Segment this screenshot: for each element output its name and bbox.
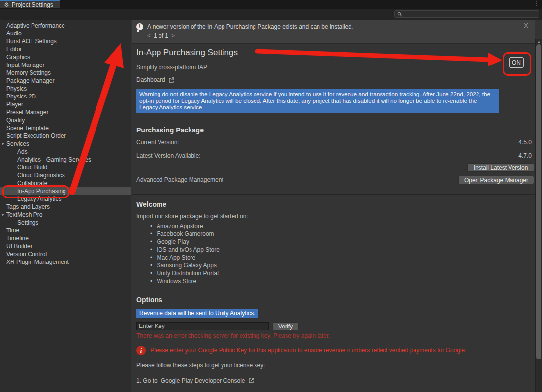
sidebar-item-label: Package Manager bbox=[6, 77, 54, 84]
main-section: In-App Purchasing Settings Simplify cros… bbox=[132, 48, 535, 392]
scroll-up-icon[interactable]: ▲ bbox=[536, 40, 542, 43]
sidebar-item[interactable]: ▼ Scene Template bbox=[0, 124, 131, 132]
iap-on-toggle-button[interactable]: ON bbox=[509, 57, 524, 68]
options-heading: Options bbox=[136, 296, 535, 304]
sidebar-item[interactable]: ▼ UI Builder bbox=[0, 242, 131, 250]
store-list-item: • Facebook Gameroom bbox=[150, 230, 535, 238]
key-check-error: There was an error checking server for e… bbox=[136, 332, 535, 339]
sidebar-item[interactable]: ▼ Memory Settings bbox=[0, 69, 131, 77]
sidebar-item[interactable]: ▼ Adaptive Performance bbox=[0, 22, 131, 30]
sidebar-item-label: Editor bbox=[6, 46, 22, 53]
verify-button[interactable]: Verify bbox=[272, 322, 299, 330]
google-play-console-link[interactable]: Google Play Developer Console bbox=[161, 377, 245, 384]
current-version-row: Current Version: 4.5.0 bbox=[136, 139, 535, 146]
info-icon: i bbox=[136, 346, 146, 355]
close-icon[interactable]: X bbox=[524, 22, 528, 29]
install-latest-version-button[interactable]: Install Latest Version bbox=[467, 163, 534, 172]
key-entry-row: Verify bbox=[136, 322, 535, 330]
sidebar-item[interactable]: ▼ Editor bbox=[0, 45, 131, 53]
sidebar-item-label: Cloud Build bbox=[17, 164, 47, 171]
sidebar-item[interactable]: ▼ TextMesh Pro bbox=[0, 211, 131, 219]
sidebar-item[interactable]: ▼ Physics 2D bbox=[0, 93, 131, 100]
bullet-icon: • bbox=[150, 230, 152, 237]
sidebar-item[interactable]: ▼ Services bbox=[0, 140, 131, 148]
store-name: Google Play bbox=[157, 238, 189, 245]
sidebar-item-label: In-App Purchasing bbox=[17, 188, 66, 195]
gear-icon: ⚙ bbox=[4, 2, 9, 8]
sidebar-item[interactable]: ▼ Cloud Build bbox=[0, 163, 131, 171]
search-box[interactable] bbox=[394, 10, 539, 18]
google-key-warning-text: Please enter your Google Public Key for … bbox=[150, 346, 466, 354]
sidebar-item[interactable]: ▼ Legacy Analytics bbox=[0, 195, 131, 203]
sidebar-item[interactable]: ▼ Preset Manager bbox=[0, 108, 131, 116]
sidebar-item[interactable]: ▼ Settings bbox=[0, 219, 131, 227]
sidebar-item-label: Settings bbox=[17, 219, 38, 226]
sidebar-item[interactable]: ▼ Player bbox=[0, 100, 131, 108]
kebab-menu-icon[interactable]: ⋮ bbox=[534, 1, 540, 7]
sidebar-item[interactable]: ▼ Analytics - Gaming Services bbox=[0, 156, 131, 163]
expander-triangle-icon[interactable]: ▼ bbox=[0, 140, 5, 148]
current-version-value: 4.5.0 bbox=[518, 139, 532, 146]
store-list-item: • Unity Distribution Portal bbox=[150, 269, 535, 277]
sidebar-item[interactable]: ▼ Tags and Layers bbox=[0, 203, 131, 211]
store-name: iOS and tvOs App Store bbox=[157, 246, 220, 253]
settings-sidebar: ▼ Adaptive Performance ▼ Audio ▼ Burst A… bbox=[0, 20, 131, 392]
dashboard-link[interactable]: Dashboard bbox=[136, 76, 535, 83]
sidebar-item-label: Services bbox=[6, 140, 29, 147]
pager-text: 1 of 1 bbox=[154, 33, 168, 39]
vertical-scrollbar[interactable]: ▲ bbox=[535, 39, 542, 392]
sidebar-item[interactable]: ▼ Ads bbox=[0, 148, 131, 156]
external-link-icon bbox=[168, 77, 175, 83]
sidebar-item[interactable]: ▼ Version Control bbox=[0, 250, 131, 258]
sidebar-item-label: Input Manager bbox=[6, 62, 44, 68]
sidebar-item[interactable]: ▼ Timeline bbox=[0, 234, 131, 242]
search-input[interactable] bbox=[404, 11, 536, 17]
sidebar-item-label: Adaptive Performance bbox=[6, 22, 65, 29]
sidebar-item-label: Physics 2D bbox=[6, 93, 36, 100]
sidebar-item-label: Legacy Analytics bbox=[17, 196, 61, 202]
tab-project-settings[interactable]: ⚙ Project Settings bbox=[0, 0, 60, 8]
sidebar-item[interactable]: ▼ Audio bbox=[0, 30, 131, 37]
bullet-icon: • bbox=[150, 223, 152, 229]
latest-version-value: 4.7.0 bbox=[518, 152, 532, 159]
pager-next-icon[interactable]: > bbox=[171, 33, 175, 39]
section-divider bbox=[132, 120, 535, 120]
store-name: Mac App Store bbox=[157, 254, 196, 261]
enter-key-input[interactable] bbox=[136, 322, 269, 330]
store-list-item: • Samsung Galaxy Apps bbox=[150, 261, 535, 269]
welcome-intro: Import our store package to get started … bbox=[136, 213, 535, 220]
sidebar-item[interactable]: ▼ XR Plugin Management bbox=[0, 258, 131, 266]
sidebar-item[interactable]: ▼ Input Manager bbox=[0, 61, 131, 69]
sidebar-item[interactable]: ▼ Quality bbox=[0, 116, 131, 124]
sidebar-item[interactable]: ▼ Physics bbox=[0, 85, 131, 93]
sidebar-item-label: Collaborate bbox=[17, 180, 47, 187]
search-icon bbox=[397, 12, 402, 17]
sidebar-item-label: Memory Settings bbox=[6, 69, 51, 76]
sidebar-item-label: Script Execution Order bbox=[6, 132, 66, 139]
sidebar-item-label: Physics bbox=[6, 85, 27, 92]
store-name: Facebook Gameroom bbox=[157, 230, 214, 237]
scrollbar-thumb[interactable] bbox=[536, 44, 541, 359]
bullet-icon: • bbox=[150, 270, 152, 277]
sidebar-item-label: Cloud Diagnostics bbox=[17, 172, 65, 179]
sidebar-item[interactable]: ▼ Burst AOT Settings bbox=[0, 37, 131, 45]
pager-prev-icon[interactable]: < bbox=[147, 33, 151, 39]
sidebar-item-label: Preset Manager bbox=[6, 109, 48, 116]
sidebar-item-label: XR Plugin Management bbox=[6, 259, 69, 265]
current-version-label: Current Version: bbox=[136, 139, 518, 146]
external-link-icon bbox=[248, 377, 255, 384]
open-package-manager-button[interactable]: Open Package Manager bbox=[458, 176, 534, 184]
sidebar-item[interactable]: ▼ Cloud Diagnostics bbox=[0, 171, 131, 179]
sidebar-item[interactable]: ▼ Script Execution Order bbox=[0, 132, 131, 140]
sidebar-item[interactable]: ▼ In-App Purchasing bbox=[0, 187, 131, 195]
sidebar-item-label: TextMesh Pro bbox=[6, 211, 42, 218]
sidebar-item-label: Player bbox=[6, 101, 23, 108]
expander-triangle-icon[interactable]: ▼ bbox=[0, 211, 5, 219]
bullet-icon: • bbox=[150, 262, 152, 269]
dashboard-link-label: Dashboard bbox=[136, 76, 165, 83]
sidebar-item[interactable]: ▼ Time bbox=[0, 227, 131, 234]
sidebar-item[interactable]: ▼ Package Manager bbox=[0, 77, 131, 85]
sidebar-item[interactable]: ▼ Collaborate bbox=[0, 179, 131, 187]
store-list-item: • iOS and tvOs App Store bbox=[150, 246, 535, 254]
sidebar-item[interactable]: ▼ Graphics bbox=[0, 53, 131, 61]
